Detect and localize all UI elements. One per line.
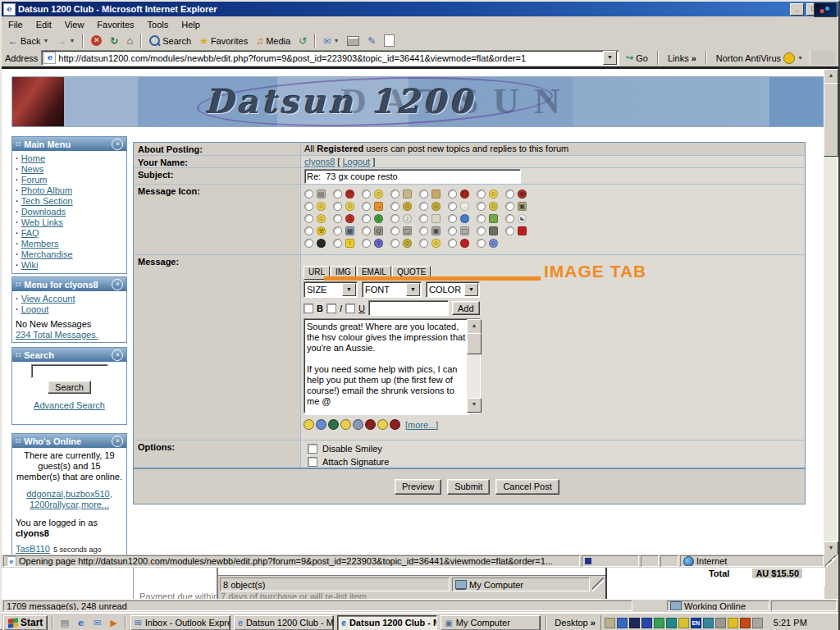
message-icon-radio[interactable] (362, 202, 371, 211)
message-icon-radio[interactable] (419, 214, 428, 223)
message-icon-radio[interactable] (419, 226, 428, 235)
forward-button[interactable]: → ▼ (53, 33, 78, 48)
smiley-icon[interactable] (365, 419, 376, 430)
address-dropdown-button[interactable]: ▼ (603, 51, 617, 65)
message-icon-radio[interactable] (362, 214, 371, 223)
mail-button[interactable]: ✉ ▼ (320, 33, 342, 48)
message-icon-radio[interactable] (505, 226, 514, 235)
menu-item[interactable]: File (2, 18, 30, 31)
smiley-icon[interactable] (328, 419, 339, 430)
message-icon-radio[interactable] (362, 226, 371, 235)
smiley-icon[interactable] (390, 419, 400, 430)
user-menu-link[interactable]: Logout (21, 304, 49, 314)
page-scrollbar[interactable]: ▲ ▼ (824, 69, 837, 555)
search-submit-button[interactable]: Search (48, 381, 91, 394)
message-icon-radio[interactable] (419, 239, 428, 248)
search-input[interactable] (31, 364, 108, 378)
message-icon-radio[interactable] (304, 202, 313, 211)
recent-user-link[interactable]: TasB110 (16, 544, 50, 554)
search-button[interactable]: Search (146, 33, 194, 48)
textarea-scrollbar[interactable]: ▲ ▼ (467, 319, 480, 413)
message-icon-radio[interactable] (304, 214, 313, 223)
main-menu-link[interactable]: FAQ (21, 228, 39, 238)
smiley-icon[interactable] (340, 419, 351, 430)
message-icon-radio[interactable] (390, 202, 399, 211)
links-toolbar[interactable]: Links » (664, 50, 700, 66)
scroll-thumb[interactable] (824, 83, 838, 157)
collapse-icon[interactable]: « (112, 436, 123, 447)
message-icon-radio[interactable] (477, 202, 486, 211)
message-icon-radio[interactable] (390, 189, 399, 199)
message-icon-radio[interactable] (505, 202, 514, 211)
message-icon-radio[interactable] (333, 226, 342, 235)
message-icon-radio[interactable] (304, 189, 313, 199)
tray-icon[interactable] (715, 618, 726, 628)
tray-icon[interactable] (678, 618, 689, 628)
message-textarea[interactable]: Sounds great! Where are you located, the… (305, 320, 469, 415)
message-icon-radio[interactable] (448, 189, 457, 199)
stop-button[interactable]: ✕ (88, 33, 105, 48)
norton-antivirus-toolbar[interactable]: Norton AntiVirus ▼ (713, 50, 806, 66)
tray-icon[interactable] (605, 618, 615, 628)
option-checkbox[interactable] (308, 457, 317, 467)
scroll-up-icon[interactable]: ▲ (824, 69, 838, 84)
scroll-down-icon[interactable]: ▼ (824, 586, 825, 599)
italic-checkbox[interactable] (326, 304, 336, 313)
task-button[interactable]: eDatsun 1200 Club - M... (337, 615, 437, 630)
print-button[interactable] (344, 33, 363, 48)
form-action-button[interactable]: Preview (395, 479, 441, 495)
main-menu-link[interactable]: Members (21, 239, 59, 249)
edit-button[interactable]: ✎ (364, 33, 379, 48)
media-button[interactable]: ♫ Media (253, 33, 294, 48)
main-menu-link[interactable]: Tech Section (21, 196, 73, 206)
scroll-down-icon[interactable]: ▼ (467, 398, 482, 413)
collapse-icon[interactable]: « (112, 349, 123, 361)
message-icon-radio[interactable] (390, 226, 399, 235)
scroll-thumb[interactable] (467, 333, 482, 354)
user-menu-link[interactable]: View Account (21, 294, 75, 304)
message-icon-radio[interactable] (390, 214, 399, 223)
advanced-search-link[interactable]: Advanced Search (34, 400, 105, 410)
tray-icon[interactable] (617, 618, 628, 628)
tray-icon[interactable]: EN (691, 618, 701, 628)
color-select[interactable]: COLOR▼ (426, 281, 480, 298)
messenger-button[interactable] (381, 33, 398, 48)
go-button[interactable]: ↪ Go (623, 50, 651, 66)
main-menu-link[interactable]: Wiki (21, 260, 39, 270)
tray-icon[interactable] (740, 618, 751, 628)
main-menu-link[interactable]: Photo Album (21, 185, 72, 195)
main-menu-link[interactable]: Web Links (21, 217, 63, 227)
message-icon-radio[interactable] (419, 189, 428, 199)
main-menu-link[interactable]: Downloads (21, 207, 66, 217)
message-icon-radio[interactable] (448, 226, 457, 235)
tray-icon[interactable] (641, 618, 652, 628)
smiley-icon[interactable] (304, 419, 314, 430)
message-icon-radio[interactable] (448, 214, 457, 223)
message-icon-radio[interactable] (448, 202, 457, 211)
menu-item[interactable]: View (58, 18, 91, 31)
message-icon-radio[interactable] (477, 239, 486, 248)
size-select[interactable]: SIZE▼ (304, 281, 358, 298)
window-ie-icon[interactable]: e (3, 3, 16, 16)
bold-checkbox[interactable] (304, 304, 313, 313)
tray-icon[interactable] (666, 618, 677, 628)
message-icon-radio[interactable] (362, 189, 371, 199)
menu-item[interactable]: Tools (141, 18, 176, 31)
desktop-toolbar[interactable]: Desktop » (552, 618, 597, 628)
history-button[interactable]: ↺ (295, 33, 310, 48)
start-button[interactable]: Start (3, 615, 48, 630)
online-user-link[interactable]: buzbox510 (66, 489, 110, 499)
logout-link[interactable]: Logout (342, 157, 370, 167)
menu-item[interactable]: Edit (30, 18, 58, 31)
tray-icon[interactable] (654, 618, 664, 628)
tray-icon[interactable] (703, 618, 714, 628)
site-banner[interactable]: DATSUN Datsun 1200 (11, 76, 828, 127)
minimize-button[interactable]: _ (790, 3, 804, 16)
message-icon-radio[interactable] (477, 214, 486, 223)
font-select[interactable]: FONT▼ (362, 281, 422, 298)
scroll-up-icon[interactable]: ▲ (467, 319, 482, 334)
add-button[interactable]: Add (452, 301, 480, 315)
form-action-button[interactable]: Submit (447, 479, 490, 495)
message-icon-radio[interactable] (477, 189, 486, 199)
scroll-down-icon[interactable]: ▼ (824, 541, 838, 555)
